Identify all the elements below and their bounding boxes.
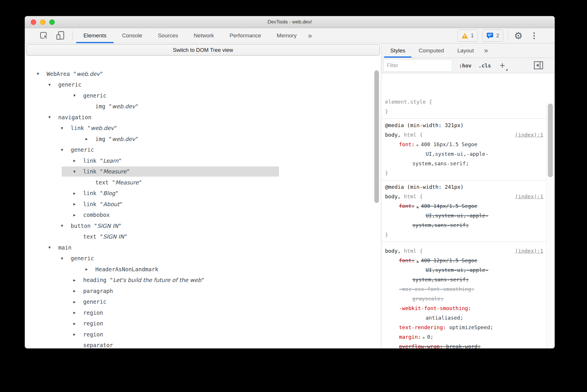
css-line[interactable]: margin:▶0;: [385, 332, 544, 342]
tab-memory[interactable]: Memory: [269, 28, 305, 43]
tree-row-img-web-dev[interactable]: ▶img "web.dev": [25, 133, 374, 144]
toggle-sidebar-icon[interactable]: [534, 61, 544, 70]
expand-value-arrow-icon[interactable]: ▶: [417, 259, 419, 263]
css-line[interactable]: body, html {(index):1: [385, 246, 544, 256]
tree-row-link-blog[interactable]: ▶link "Blog": [25, 188, 374, 199]
collapsed-arrow-icon[interactable]: ▶: [73, 202, 83, 206]
css-line[interactable]: @media (min-width: 321px): [385, 120, 544, 130]
tree-row-text-sign-in[interactable]: text "SIGN IN": [25, 231, 374, 242]
sidebar-tab-layout[interactable]: Layout: [451, 43, 480, 58]
stylesheet-source-link[interactable]: (index):1: [515, 246, 543, 256]
expanded-arrow-icon[interactable]: ▼: [48, 83, 58, 87]
css-line[interactable]: font:▶400 12px/1.5 Segoe: [385, 256, 544, 265]
tab-console[interactable]: Console: [114, 28, 150, 43]
collapsed-arrow-icon[interactable]: ▶: [73, 300, 83, 304]
tree-row-generic[interactable]: ▼generic: [25, 90, 374, 101]
tree-row-main[interactable]: ▼main: [25, 242, 374, 253]
expanded-arrow-icon[interactable]: ▼: [61, 126, 71, 130]
css-line[interactable]: system,sans-serif;: [385, 275, 544, 284]
css-line[interactable]: @media (min-width: 241px): [385, 182, 544, 192]
collapsed-arrow-icon[interactable]: ▶: [73, 332, 83, 336]
css-line[interactable]: }: [385, 230, 544, 239]
styles-scrollbar-track[interactable]: [546, 103, 555, 349]
toggle-hover-state-button[interactable]: :hov: [459, 63, 471, 69]
tree-row-heading-let-s-build-the-future-of-the-web[interactable]: ▶heading "Let's build the future of the …: [25, 275, 374, 286]
tree-row-webarea-web-dev[interactable]: ▼WebArea "web.dev": [25, 68, 374, 79]
css-line[interactable]: body, html {(index):1: [385, 192, 544, 201]
settings-gear-icon[interactable]: ⚙: [513, 30, 524, 41]
css-line[interactable]: text-rendering: optimizeSpeed;: [385, 323, 544, 332]
tab-performance[interactable]: Performance: [222, 28, 269, 43]
sidebar-tab-computed[interactable]: Computed: [412, 43, 451, 58]
zoom-window-button[interactable]: [49, 19, 55, 25]
collapsed-arrow-icon[interactable]: ▶: [85, 267, 95, 271]
styles-filter-input[interactable]: [384, 59, 452, 72]
expanded-arrow-icon[interactable]: ▼: [48, 245, 58, 250]
css-line[interactable]: element.style {: [385, 97, 544, 107]
expand-value-arrow-icon[interactable]: ▶: [423, 336, 425, 340]
device-toolbar-icon[interactable]: [56, 30, 67, 41]
css-line[interactable]: font:▶400 14px/1.5 Segoe: [385, 201, 544, 211]
expanded-arrow-icon[interactable]: ▼: [61, 256, 71, 261]
css-line[interactable]: system,sans-serif;: [385, 220, 544, 230]
tree-row-img-web-dev[interactable]: img "web.dev": [25, 101, 374, 112]
close-window-button[interactable]: [31, 19, 36, 25]
css-line[interactable]: antialiased;: [385, 313, 544, 323]
expanded-arrow-icon[interactable]: ▼: [37, 72, 47, 76]
switch-to-dom-tree-button[interactable]: Switch to DOM Tree view: [26, 44, 380, 56]
tree-row-text-measure[interactable]: text "Measure": [25, 177, 374, 188]
tree-row-paragraph[interactable]: ▶paragraph: [25, 285, 374, 296]
minimize-window-button[interactable]: [40, 19, 45, 25]
expanded-arrow-icon[interactable]: ▼: [61, 148, 71, 152]
collapsed-arrow-icon[interactable]: ▶: [73, 191, 83, 195]
tree-row-link-about[interactable]: ▶link "About": [25, 199, 374, 210]
sidebar-more-tabs-chevron[interactable]: »: [480, 43, 491, 58]
toggle-element-classes-button[interactable]: .cls: [478, 63, 491, 69]
expand-value-arrow-icon[interactable]: ▶: [417, 205, 419, 209]
css-line[interactable]: }: [385, 107, 544, 116]
collapsed-arrow-icon[interactable]: ▶: [73, 289, 83, 293]
styles-scrollbar-thumb[interactable]: [548, 104, 553, 177]
tree-row-separator[interactable]: separator: [25, 340, 374, 349]
expanded-arrow-icon[interactable]: ▼: [61, 224, 71, 228]
tree-row-generic[interactable]: ▶generic: [25, 296, 374, 307]
css-line[interactable]: -webkit-font-smoothing:: [385, 303, 544, 313]
stylesheet-source-link[interactable]: (index):1: [515, 130, 543, 140]
tree-row-link-web-dev[interactable]: ▼link "web.dev": [25, 123, 374, 134]
inspect-element-icon[interactable]: [39, 30, 50, 41]
tree-row-button-sign-in[interactable]: ▼button "SIGN IN": [25, 220, 374, 231]
tree-row-link-measure[interactable]: ▼link "Measure": [25, 166, 374, 177]
tree-row-region[interactable]: ▶region: [25, 329, 374, 340]
tree-row-navigation[interactable]: ▼navigation: [25, 112, 374, 123]
tree-row-region[interactable]: ▶region: [25, 307, 374, 318]
css-line[interactable]: overflow-wrap: break-word;: [385, 342, 544, 349]
expanded-arrow-icon[interactable]: ▼: [73, 93, 83, 98]
css-line[interactable]: UI,system-ui,-apple-: [385, 211, 544, 220]
expanded-arrow-icon[interactable]: ▼: [48, 115, 58, 119]
expand-value-arrow-icon[interactable]: ▶: [417, 143, 419, 147]
css-line[interactable]: font:▶400 16px/1.5 Segoe: [385, 140, 544, 149]
tree-row-region[interactable]: ▶region: [25, 318, 374, 329]
tab-elements[interactable]: Elements: [76, 28, 114, 43]
tree-row-combobox[interactable]: ▶combobox: [25, 210, 374, 221]
css-line[interactable]: grayscale;: [385, 294, 544, 303]
css-line[interactable]: UI,system-ui,-apple-: [385, 149, 544, 159]
css-line[interactable]: -moz-osx-font-smoothing:: [385, 284, 544, 294]
collapsed-arrow-icon[interactable]: ▶: [73, 310, 83, 315]
collapsed-arrow-icon[interactable]: ▶: [85, 137, 95, 141]
collapsed-arrow-icon[interactable]: ▶: [73, 321, 83, 326]
tree-row-generic[interactable]: ▼generic: [25, 144, 374, 155]
collapsed-arrow-icon[interactable]: ▶: [73, 213, 83, 217]
new-style-rule-button[interactable]: +: [500, 61, 508, 70]
messages-badge[interactable]: 2: [482, 30, 503, 42]
collapsed-arrow-icon[interactable]: ▶: [73, 158, 83, 163]
tab-network[interactable]: Network: [186, 28, 222, 43]
tree-row-link-learn[interactable]: ▶link "Learn": [25, 155, 374, 166]
css-line[interactable]: }: [385, 168, 544, 178]
tree-row-generic[interactable]: ▼generic: [25, 79, 374, 90]
css-line[interactable]: body, html {(index):1: [385, 130, 544, 140]
collapsed-arrow-icon[interactable]: ▶: [73, 278, 83, 282]
warnings-badge[interactable]: 1: [457, 30, 478, 42]
stylesheet-source-link[interactable]: (index):1: [515, 192, 543, 201]
css-line[interactable]: system,sans-serif;: [385, 159, 544, 168]
